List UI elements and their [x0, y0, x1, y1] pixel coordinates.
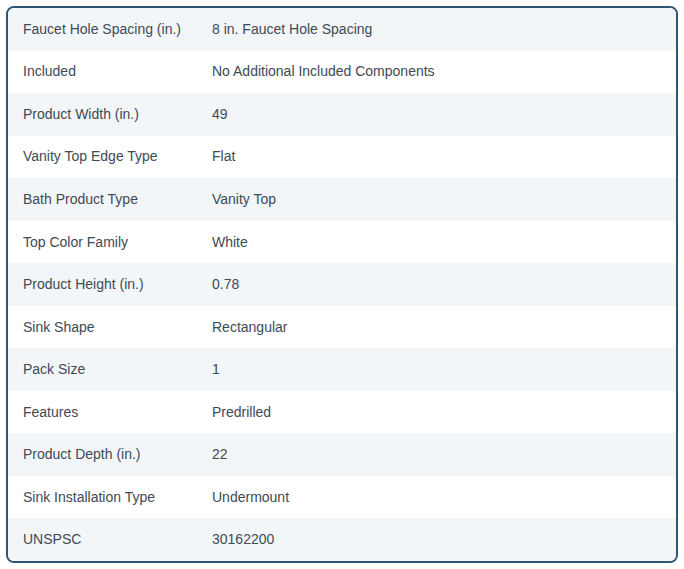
- spec-value: 0.78: [212, 276, 676, 293]
- spec-value: No Additional Included Components: [212, 63, 676, 80]
- spec-label: Product Depth (in.): [8, 446, 212, 463]
- spec-label: Features: [8, 404, 212, 421]
- spec-label: Top Color Family: [8, 234, 212, 251]
- spec-row: Bath Product Type Vanity Top: [8, 178, 676, 221]
- spec-row: UNSPSC 30162200: [8, 518, 676, 561]
- spec-row: Sink Shape Rectangular: [8, 306, 676, 349]
- spec-row: Product Height (in.) 0.78: [8, 263, 676, 306]
- spec-value: 22: [212, 446, 676, 463]
- spec-label: Sink Shape: [8, 319, 212, 336]
- spec-label: Pack Size: [8, 361, 212, 378]
- spec-value: 8 in. Faucet Hole Spacing: [212, 21, 676, 38]
- spec-value: 1: [212, 361, 676, 378]
- spec-row: Faucet Hole Spacing (in.) 8 in. Faucet H…: [8, 8, 676, 51]
- spec-row: Features Predrilled: [8, 391, 676, 434]
- spec-value: 30162200: [212, 531, 676, 548]
- spec-value: Vanity Top: [212, 191, 676, 208]
- spec-row: Product Width (in.) 49: [8, 93, 676, 136]
- spec-value: White: [212, 234, 676, 251]
- spec-label: Sink Installation Type: [8, 489, 212, 506]
- spec-label: Vanity Top Edge Type: [8, 148, 212, 165]
- spec-row: Top Color Family White: [8, 221, 676, 264]
- spec-row: Pack Size 1: [8, 348, 676, 391]
- spec-row: Sink Installation Type Undermount: [8, 476, 676, 519]
- spec-label: Included: [8, 63, 212, 80]
- spec-label: Product Height (in.): [8, 276, 212, 293]
- spec-value: Predrilled: [212, 404, 676, 421]
- spec-row: Included No Additional Included Componen…: [8, 51, 676, 94]
- specifications-table: Faucet Hole Spacing (in.) 8 in. Faucet H…: [6, 6, 678, 563]
- page: Faucet Hole Spacing (in.) 8 in. Faucet H…: [0, 0, 684, 569]
- spec-label: Faucet Hole Spacing (in.): [8, 21, 212, 38]
- spec-row: Product Depth (in.) 22: [8, 433, 676, 476]
- spec-row: Vanity Top Edge Type Flat: [8, 136, 676, 179]
- spec-label: Product Width (in.): [8, 106, 212, 123]
- spec-value: Rectangular: [212, 319, 676, 336]
- spec-label: UNSPSC: [8, 531, 212, 548]
- spec-label: Bath Product Type: [8, 191, 212, 208]
- spec-value: Flat: [212, 148, 676, 165]
- spec-value: Undermount: [212, 489, 676, 506]
- spec-value: 49: [212, 106, 676, 123]
